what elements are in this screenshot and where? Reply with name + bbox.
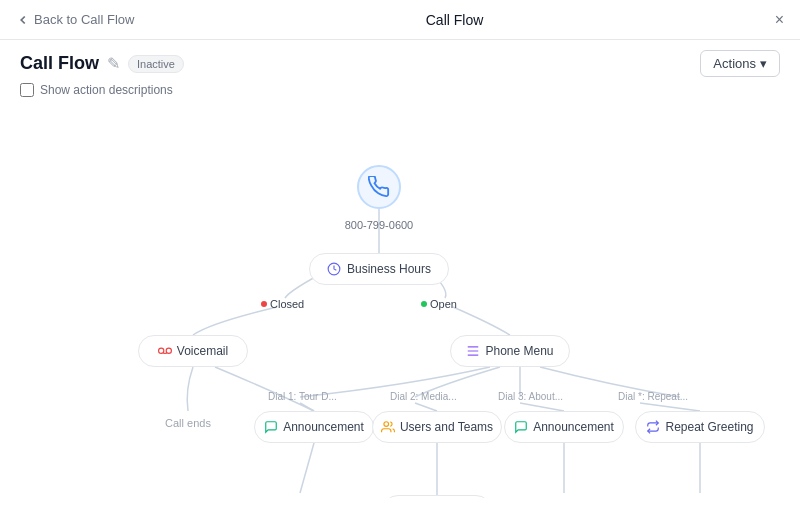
voicemail-center-node[interactable]: Voicemail bbox=[382, 495, 492, 498]
svg-line-3 bbox=[520, 403, 564, 411]
voicemail-left-node[interactable]: Voicemail bbox=[138, 335, 248, 367]
svg-line-2 bbox=[415, 403, 437, 411]
show-descriptions-label[interactable]: Show action descriptions bbox=[40, 83, 173, 97]
back-phone-3-node[interactable]: Back to Phone Menu bbox=[645, 495, 755, 498]
open-label: Open bbox=[421, 298, 457, 310]
chevron-down-icon: ▾ bbox=[760, 56, 767, 71]
users-teams-label: Users and Teams bbox=[400, 420, 493, 434]
back-button[interactable]: Back to Call Flow bbox=[16, 12, 134, 27]
repeat-greeting-label: Repeat Greeting bbox=[665, 420, 753, 434]
announcement-2-label: Announcement bbox=[533, 420, 614, 434]
call-ends-left-node: Call ends bbox=[153, 411, 223, 435]
closed-label: Closed bbox=[261, 298, 304, 310]
header: Back to Call Flow Call Flow × bbox=[0, 0, 800, 40]
svg-line-4 bbox=[640, 403, 700, 411]
users-teams-node[interactable]: Users and Teams bbox=[372, 411, 502, 443]
voicemail-left-label: Voicemail bbox=[177, 344, 228, 358]
phone-menu-label: Phone Menu bbox=[485, 344, 553, 358]
business-hours-node[interactable]: Business Hours bbox=[309, 253, 449, 285]
dial-3-label: Dial 3: About... bbox=[498, 391, 563, 402]
open-dot bbox=[421, 301, 427, 307]
announcement-2-node[interactable]: Announcement bbox=[504, 411, 624, 443]
sub-header: Call Flow ✎ Inactive Actions ▾ bbox=[0, 40, 800, 83]
dial-2-label: Dial 2: Media... bbox=[390, 391, 457, 402]
repeat-greeting-node[interactable]: Repeat Greeting bbox=[635, 411, 765, 443]
phone-number-node: 800-799-0600 bbox=[329, 213, 429, 237]
page-title: Call Flow bbox=[20, 53, 99, 74]
business-hours-label: Business Hours bbox=[347, 262, 431, 276]
edit-icon[interactable]: ✎ bbox=[107, 54, 120, 73]
status-badge: Inactive bbox=[128, 55, 184, 73]
back-label: Back to Call Flow bbox=[34, 12, 134, 27]
svg-point-12 bbox=[166, 348, 171, 353]
closed-text: Closed bbox=[270, 298, 304, 310]
show-descriptions-row: Show action descriptions bbox=[0, 83, 800, 105]
back-phone-1-node[interactable]: Back to Phone Menu bbox=[248, 495, 358, 498]
phone-menu-node[interactable]: Phone Menu bbox=[450, 335, 570, 367]
announcement-1-node[interactable]: Announcement bbox=[254, 411, 374, 443]
open-text: Open bbox=[430, 298, 457, 310]
svg-point-14 bbox=[384, 422, 389, 427]
closed-dot bbox=[261, 301, 267, 307]
svg-point-11 bbox=[158, 348, 163, 353]
svg-line-5 bbox=[300, 443, 314, 493]
actions-label: Actions bbox=[713, 56, 756, 71]
header-title: Call Flow bbox=[426, 12, 484, 28]
call-ends-left-label: Call ends bbox=[165, 417, 211, 429]
dial-star-label: Dial *: Repeat... bbox=[618, 391, 688, 402]
back-phone-2-node[interactable]: Back to Phone Menu bbox=[510, 495, 620, 498]
show-descriptions-checkbox[interactable] bbox=[20, 83, 34, 97]
svg-line-1 bbox=[300, 403, 314, 411]
announcement-1-label: Announcement bbox=[283, 420, 364, 434]
phone-number-label: 800-799-0600 bbox=[345, 219, 414, 231]
dial-1-label: Dial 1: Tour D... bbox=[268, 391, 337, 402]
actions-button[interactable]: Actions ▾ bbox=[700, 50, 780, 77]
close-button[interactable]: × bbox=[775, 11, 784, 29]
phone-node[interactable] bbox=[357, 165, 401, 209]
flow-title-group: Call Flow ✎ Inactive bbox=[20, 53, 184, 74]
flow-canvas: 800-799-0600 Business Hours Closed Open … bbox=[0, 105, 800, 498]
